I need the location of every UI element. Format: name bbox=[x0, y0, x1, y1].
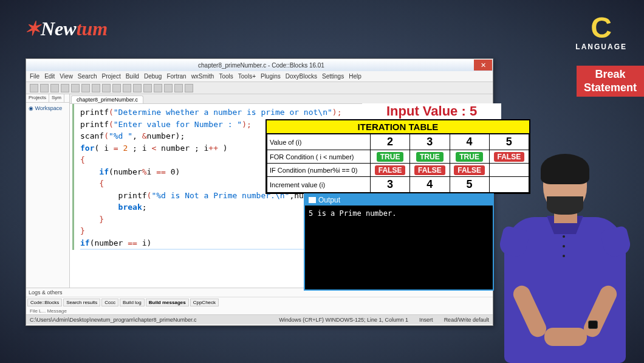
presenter-hands bbox=[544, 328, 587, 346]
toolbar-icon[interactable] bbox=[164, 84, 173, 92]
row-label: FOR Condition ( i < number) bbox=[267, 150, 371, 164]
status-encoding: Windows (CR+LF) WINDOWS-125; Line 1, Col… bbox=[279, 317, 408, 323]
cell: FALSE bbox=[450, 164, 489, 177]
menu-build[interactable]: Build bbox=[126, 73, 139, 80]
bottom-pane-tabs[interactable]: Code::Blocks Search results Cccc Build l… bbox=[26, 297, 493, 308]
language-label: LANGUAGE bbox=[575, 43, 627, 51]
presenter-hair bbox=[541, 154, 589, 184]
cell: 2 bbox=[371, 134, 410, 150]
ide-sidebar[interactable]: Projects Sym ◉ Workspace bbox=[26, 94, 70, 288]
status-insert: Insert bbox=[419, 317, 433, 323]
iteration-heading: ITERATION TABLE bbox=[267, 120, 529, 134]
logo: ✶Newtum bbox=[24, 17, 108, 40]
sidebar-tabs[interactable]: Projects Sym bbox=[26, 94, 69, 103]
toolbar-icon[interactable] bbox=[112, 84, 121, 92]
menu-wxsmith[interactable]: wxSmith bbox=[191, 73, 214, 80]
row-label: IF Condition (number%i == 0) bbox=[267, 164, 371, 177]
toolbar-icon[interactable] bbox=[102, 84, 111, 92]
toolbar-icon[interactable] bbox=[30, 84, 38, 92]
cell: FALSE bbox=[371, 164, 410, 177]
menu-search[interactable]: Search bbox=[78, 73, 97, 80]
toolbar-icon[interactable] bbox=[81, 84, 90, 92]
toolbar-icon[interactable] bbox=[61, 84, 69, 92]
workspace-node[interactable]: ◉ Workspace bbox=[26, 103, 69, 114]
sidebar-tab-projects[interactable]: Projects bbox=[26, 94, 49, 102]
console-icon bbox=[309, 197, 316, 203]
bp-tab-cppcheck[interactable]: CppCheck bbox=[190, 299, 219, 306]
menu-project[interactable]: Project bbox=[102, 73, 121, 80]
ide-menubar[interactable]: File Edit View Search Project Build Debu… bbox=[26, 71, 493, 82]
toolbar-icon[interactable] bbox=[71, 84, 80, 92]
toolbar-icon[interactable] bbox=[50, 84, 59, 92]
menu-tools[interactable]: Tools bbox=[219, 73, 233, 80]
toolbar-icon[interactable] bbox=[143, 84, 152, 92]
cell: TRUE bbox=[410, 150, 450, 164]
cell: 5 bbox=[489, 134, 529, 150]
bp-tab-codeblocks[interactable]: Code::Blocks bbox=[27, 299, 62, 306]
toolbar-icon[interactable] bbox=[123, 84, 131, 92]
ide-bottom-pane[interactable]: Logs & others Code::Blocks Search result… bbox=[26, 288, 493, 314]
bottom-pane-columns: File L... Message bbox=[26, 308, 493, 314]
ide-statusbar: C:\Users\Admin\Desktop\newtum_program\ch… bbox=[26, 314, 493, 324]
workspace-label: Workspace bbox=[35, 105, 63, 111]
menu-file[interactable]: File bbox=[30, 73, 39, 80]
cell: TRUE bbox=[450, 150, 489, 164]
language-letter: C bbox=[575, 13, 627, 43]
menu-plugins[interactable]: Plugins bbox=[261, 73, 281, 80]
ide-titlebar[interactable]: chapter8_primeNumber.c - Code::Blocks 16… bbox=[26, 59, 493, 71]
input-value-label: Input Value : 5 bbox=[362, 103, 501, 119]
table-row: Value of (i) 2 3 4 5 bbox=[267, 134, 529, 150]
logo-part1: New bbox=[41, 18, 77, 40]
editor-tabstrip[interactable]: chapter8_primeNumber.c bbox=[70, 94, 493, 104]
row-label: Increment value (i) bbox=[267, 177, 371, 193]
row-label: Value of (i) bbox=[267, 134, 371, 150]
console-output: 5 is a Prime number. bbox=[305, 206, 493, 221]
menu-debug[interactable]: Debug bbox=[144, 73, 162, 80]
bp-tab-buildmsg[interactable]: Build messages bbox=[146, 299, 189, 306]
toolbar-icon[interactable] bbox=[154, 84, 162, 92]
table-row: IF Condition (number%i == 0) FALSE FALSE… bbox=[267, 164, 529, 177]
cell: 3 bbox=[371, 177, 410, 193]
cell: FALSE bbox=[489, 150, 529, 164]
bp-tab-cccc[interactable]: Cccc bbox=[101, 299, 118, 306]
cell: 4 bbox=[450, 134, 489, 150]
toolbar-icon[interactable] bbox=[133, 84, 142, 92]
presenter-figure bbox=[498, 162, 632, 363]
cell: 3 bbox=[410, 134, 450, 150]
ide-toolbar[interactable] bbox=[26, 82, 493, 94]
logo-accent-icon: ✶ bbox=[24, 18, 41, 40]
logo-part2: tum bbox=[77, 18, 108, 40]
status-readwrite: Read/Write default bbox=[444, 317, 489, 323]
table-row: Increment value (i) 3 4 5 bbox=[267, 177, 529, 193]
menu-fortran[interactable]: Fortran bbox=[166, 73, 186, 80]
iteration-table: ITERATION TABLE Value of (i) 2 3 4 5 FOR… bbox=[265, 119, 530, 194]
bp-tab-buildlog[interactable]: Build log bbox=[120, 299, 145, 306]
toolbar-icon[interactable] bbox=[92, 84, 100, 92]
iteration-grid: Value of (i) 2 3 4 5 FOR Condition ( i <… bbox=[267, 134, 529, 193]
topic-line1: Break bbox=[584, 68, 637, 81]
cell: 5 bbox=[450, 177, 489, 193]
menu-toolsplus[interactable]: Tools+ bbox=[238, 73, 256, 80]
topic-line2: Statement bbox=[584, 81, 637, 95]
topic-label: Break Statement bbox=[577, 66, 644, 97]
bp-tab-search[interactable]: Search results bbox=[63, 299, 100, 306]
sidebar-tab-symbols[interactable]: Sym bbox=[49, 94, 64, 102]
cell: FALSE bbox=[410, 164, 450, 177]
menu-help[interactable]: Help bbox=[349, 73, 361, 80]
editor-tab[interactable]: chapter8_primeNumber.c bbox=[71, 95, 143, 103]
close-icon[interactable]: ✕ bbox=[474, 60, 492, 71]
status-path: C:\Users\Admin\Desktop\newtum_program\ch… bbox=[30, 317, 268, 323]
toolbar-icon[interactable] bbox=[40, 84, 49, 92]
table-row: FOR Condition ( i < number) TRUE TRUE TR… bbox=[267, 150, 529, 164]
presenter-beard bbox=[547, 196, 583, 215]
presenter-buttons bbox=[563, 235, 565, 266]
ide-title: chapter8_primeNumber.c - Code::Blocks 16… bbox=[30, 62, 493, 69]
toolbar-icon[interactable] bbox=[174, 84, 183, 92]
toolbar-icon[interactable] bbox=[185, 84, 193, 92]
menu-view[interactable]: View bbox=[60, 73, 73, 80]
language-badge: C LANGUAGE bbox=[575, 13, 627, 51]
menu-settings[interactable]: Settings bbox=[322, 73, 344, 80]
console-title: Output bbox=[318, 196, 340, 204]
menu-edit[interactable]: Edit bbox=[44, 73, 55, 80]
menu-doxyblocks[interactable]: DoxyBlocks bbox=[286, 73, 317, 80]
